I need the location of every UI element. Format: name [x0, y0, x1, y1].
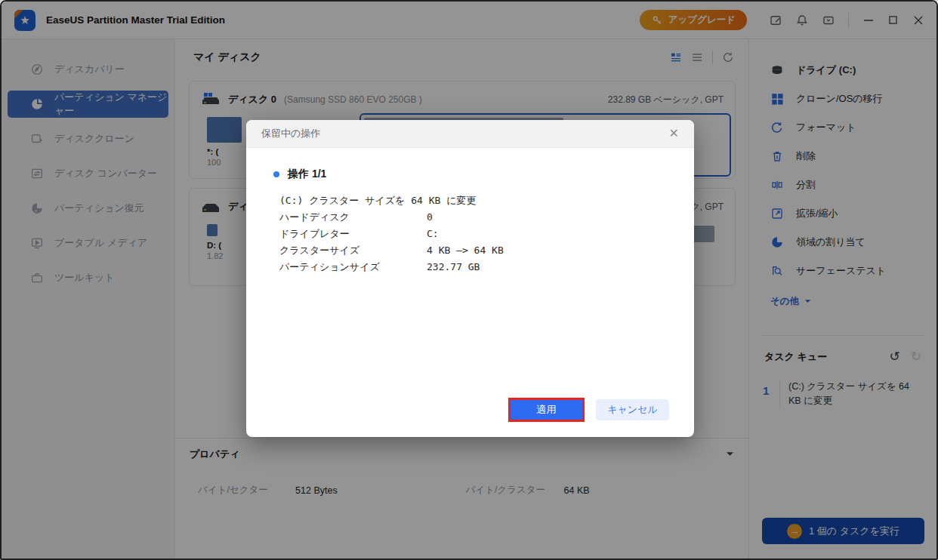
- operation-details: (C:) クラスター サイズを 64 KB に変更 ハードディスク0 ドライブレ…: [279, 192, 694, 275]
- detail-value: 232.77 GB: [427, 259, 480, 275]
- operation-header: 操作 1/1: [288, 168, 326, 181]
- detail-value: C:: [427, 226, 439, 242]
- detail-label: パーティションサイズ: [279, 259, 427, 275]
- apply-button-highlight: 適用: [508, 398, 585, 422]
- pending-operations-dialog: 保留中の操作 ✕ 操作 1/1 (C:) クラスター サイズを 64 KB に変…: [246, 120, 694, 437]
- operation-bullet-icon: [273, 171, 279, 177]
- cancel-button[interactable]: キャンセル: [596, 399, 669, 420]
- detail-label: ハードディスク: [279, 209, 427, 226]
- apply-button[interactable]: 適用: [511, 400, 582, 420]
- detail-value: 4 KB —> 64 KB: [427, 242, 504, 259]
- detail-label: クラスターサイズ: [279, 242, 427, 259]
- dialog-close-icon[interactable]: ✕: [669, 128, 679, 140]
- detail-value: 0: [427, 209, 433, 226]
- dialog-title: 保留中の操作: [261, 127, 320, 140]
- app-window: ★ EaseUS Partition Master Trial Edition …: [0, 0, 938, 560]
- operation-title-line: (C:) クラスター サイズを 64 KB に変更: [279, 192, 694, 209]
- detail-label: ドライブレター: [279, 226, 427, 242]
